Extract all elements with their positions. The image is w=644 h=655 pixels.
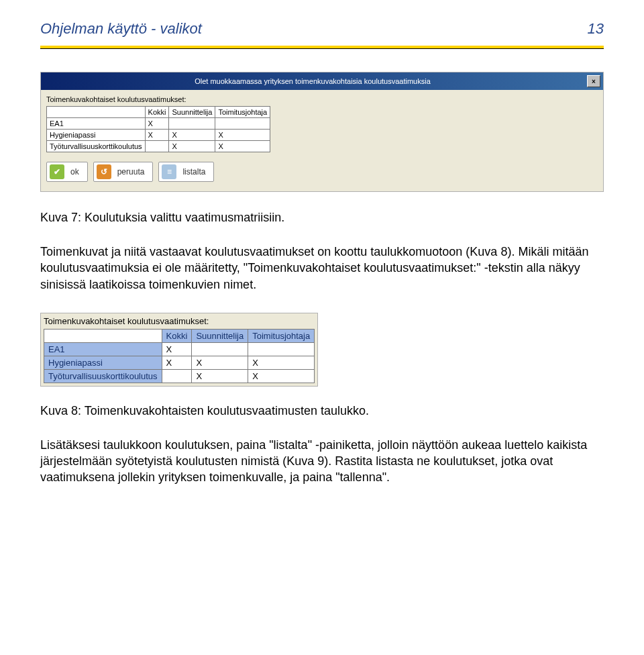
close-icon[interactable]: × [587,75,600,87]
page-title: Ohjelman käyttö - valikot [40,20,202,38]
table-row: EA1 X [47,118,270,130]
dialog-title: Olet muokkaamassa yrityksen toimenkuvako… [41,72,584,90]
cell[interactable]: X [169,141,215,152]
cell: X [162,356,192,369]
table-header-row: Kokki Suunnittelija Toimitusjohtaja [44,329,315,342]
row-label: Hygieniapassi [47,130,146,141]
cell[interactable]: X [215,141,270,152]
cell [192,342,248,356]
cell [248,342,315,356]
dialog-screenshot: Olet muokkaamassa yrityksen toimenkuvako… [40,72,604,192]
cell[interactable]: X [169,130,215,141]
dialog-buttons: ✔ ok ↺ peruuta ≡ listalta [46,159,598,186]
col-header: Kokki [145,107,169,118]
row-label: Työturvallisuuskorttikoulutus [47,141,146,152]
cell: X [162,342,192,356]
figure-caption-8: Kuva 8: Toimenkuvakohtaisten koulutusvaa… [40,404,604,418]
list-icon: ≡ [162,164,176,179]
check-icon: ✔ [50,164,64,179]
cell[interactable]: X [215,130,270,141]
cell[interactable]: X [145,118,169,130]
col-header: Toimitusjohtaja [215,107,270,118]
col-header: Toimitusjohtaja [248,329,315,342]
matrix2-label: Toimenkuvakohtaiset koulutusvaatimukset: [44,316,315,326]
requirements-matrix: Kokki Suunnittelija Toimitusjohtaja EA1 … [46,106,270,152]
table-row: Hygieniapassi X X X [44,356,315,369]
table-row: Hygieniapassi X X X [47,130,270,141]
col-header: Kokki [162,329,192,342]
cell [162,369,192,383]
cell[interactable]: X [145,130,169,141]
row-label: EA1 [44,342,162,356]
page-number: 13 [588,20,604,38]
table-row: Työturvallisuuskorttikoulutus X X [44,369,315,383]
table-row: EA1 X [44,342,315,356]
table-row: Työturvallisuuskorttikoulutus X X [47,141,270,152]
cancel-label: peruuta [117,167,145,177]
row-label: Työturvallisuuskorttikoulutus [44,369,162,383]
cell[interactable] [145,141,169,152]
table-header-row: Kokki Suunnittelija Toimitusjohtaja [47,107,270,118]
row-label: Hygieniapassi [44,356,162,369]
paragraph-2: Lisätäksesi taulukkoon koulutuksen, pain… [40,437,604,486]
empty-cell [44,329,162,342]
ok-button[interactable]: ✔ ok [46,162,88,182]
cell: X [192,356,248,369]
cell: X [248,356,315,369]
col-header: Suunnittelija [192,329,248,342]
ok-label: ok [70,167,79,177]
matrix-screenshot: Toimenkuvakohtaiset koulutusvaatimukset:… [40,313,318,387]
cell[interactable] [215,118,270,130]
cell: X [248,369,315,383]
figure-caption-7: Kuva 7: Koulutuksia valittu vaatimusmatr… [40,211,604,225]
cancel-icon: ↺ [97,164,111,179]
row-label: EA1 [47,118,146,130]
list-button[interactable]: ≡ listalta [158,162,214,182]
paragraph-1: Toimenkuvat ja niitä vastaavat koulutusv… [40,244,604,293]
matrix-label: Toimenkuvakohtaiset koulutusvaatimukset: [46,95,598,103]
cancel-button[interactable]: ↺ peruuta [93,162,154,182]
empty-cell [47,107,146,118]
list-label: listalta [182,167,205,177]
page-header: Ohjelman käyttö - valikot 13 [40,20,604,38]
header-rule [40,46,604,49]
col-header: Suunnittelija [169,107,215,118]
requirements-matrix-2: Kokki Suunnittelija Toimitusjohtaja EA1 … [44,329,315,383]
dialog-titlebar: Olet muokkaamassa yrityksen toimenkuvako… [41,72,603,90]
cell[interactable] [169,118,215,130]
cell: X [192,369,248,383]
